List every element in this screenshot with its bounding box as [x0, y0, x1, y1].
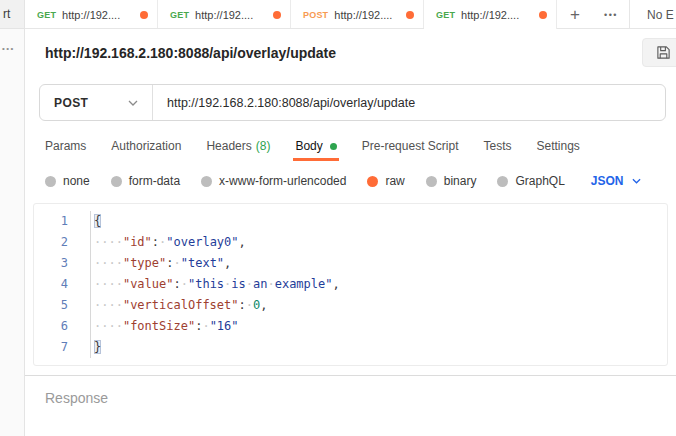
radio-circle-icon [201, 176, 212, 187]
method-label: POST [54, 96, 88, 110]
unsaved-changes-dot-icon [406, 11, 414, 19]
save-button[interactable] [642, 38, 676, 67]
unsaved-changes-dot-icon [140, 11, 148, 19]
request-tabs: Params Authorization Headers (8) Body Pr… [45, 133, 676, 159]
tab-method-label: POST [303, 10, 328, 20]
tab-url-label: http://192.... [195, 9, 253, 21]
line-code: ····"type":·"text", [90, 253, 231, 274]
line-code: } [90, 337, 101, 358]
chevron-down-icon [632, 178, 641, 184]
code-line[interactable]: 3 ····"type":·"text", [34, 253, 667, 274]
body-type-radio[interactable]: form-data [111, 174, 180, 188]
open-request-tab[interactable]: GET http://192.... [424, 0, 557, 29]
open-request-tab[interactable]: GET http://192.... [158, 0, 291, 29]
body-type-radio[interactable]: binary [426, 174, 477, 188]
tab-url-label: http://192.... [334, 9, 392, 21]
code-lines: 1 { 2 ····"id":·"overlay0", 3 ····"type"… [34, 211, 667, 358]
request-tab-label: Tests [483, 139, 511, 153]
radio-circle-icon [426, 176, 437, 187]
body-type-radio[interactable]: x-www-form-urlencoded [201, 174, 346, 188]
method-select[interactable]: POST [40, 85, 152, 120]
unsaved-changes-dot-icon [539, 11, 547, 19]
request-url-builder: POST http://192.168.2.180:8088/api/overl… [39, 84, 666, 121]
environment-label: No E [647, 8, 674, 22]
request-section-tab[interactable]: Body [295, 133, 336, 159]
radio-label: x-www-form-urlencoded [219, 174, 346, 188]
line-code: ····"fontSize":·"16" [90, 316, 239, 337]
radio-circle-icon [497, 176, 508, 187]
radio-label: GraphQL [515, 174, 564, 188]
request-tab-label: Params [45, 139, 86, 153]
body-type-radio[interactable]: none [45, 174, 90, 188]
radio-label: binary [444, 174, 477, 188]
language-label: JSON [591, 174, 624, 188]
radio-label: raw [385, 174, 404, 188]
open-request-tab[interactable]: POST http://192.... [291, 0, 424, 29]
main-panel: GET http://192.... GET http://192.... PO… [25, 0, 676, 436]
code-line[interactable]: 6 ····"fontSize":·"16" [34, 316, 667, 337]
radio-label: none [63, 174, 90, 188]
code-line[interactable]: 5 ····"verticalOffset":·0, [34, 295, 667, 316]
radio-label: form-data [129, 174, 180, 188]
app-window: rt ••• GET http://192.... GET http://192… [0, 0, 676, 436]
save-floppy-icon [656, 45, 671, 60]
request-tab-label: Body [295, 139, 322, 153]
line-number: 3 [34, 253, 90, 274]
request-section-tab[interactable]: Settings [537, 133, 580, 159]
tab-url-label: http://192.... [62, 9, 120, 21]
code-line[interactable]: 2 ····"id":·"overlay0", [34, 232, 667, 253]
tab-url-label: http://192.... [461, 9, 519, 21]
raw-body-editor[interactable]: 1 { 2 ····"id":·"overlay0", 3 ····"type"… [33, 203, 668, 366]
response-label: Response [45, 390, 108, 406]
body-type-radio[interactable]: GraphQL [497, 174, 564, 188]
sidebar-sliver: rt ••• [0, 0, 25, 436]
line-number: 5 [34, 295, 90, 316]
request-title: http://192.168.2.180:8088/api/overlay/up… [45, 45, 336, 61]
response-pane: Response [25, 375, 676, 436]
request-section-tab[interactable]: Pre-request Script [362, 133, 459, 159]
url-input[interactable]: http://192.168.2.180:8088/api/overlay/up… [153, 96, 665, 110]
request-tab-count: (8) [256, 139, 271, 153]
line-number: 2 [34, 232, 90, 253]
request-tab-label: Pre-request Script [362, 139, 459, 153]
request-title-row: http://192.168.2.180:8088/api/overlay/up… [25, 29, 676, 76]
request-tab-label: Settings [537, 139, 580, 153]
chevron-down-icon [128, 100, 138, 106]
request-tab-label: Headers [206, 139, 251, 153]
request-section-tab[interactable]: Params [45, 133, 86, 159]
radio-circle-icon [45, 176, 56, 187]
line-number: 4 [34, 274, 90, 295]
tab-strip: GET http://192.... GET http://192.... PO… [25, 0, 676, 29]
new-tab-button[interactable]: + [557, 0, 593, 29]
request-section-tab[interactable]: Tests [483, 133, 511, 159]
line-number: 6 [34, 316, 90, 337]
code-line[interactable]: 1 { [34, 211, 667, 232]
request-tab-label: Authorization [111, 139, 181, 153]
request-section-tab[interactable]: Headers (8) [206, 133, 270, 159]
sidebar-more-icon[interactable]: ••• [0, 44, 24, 53]
line-number: 7 [34, 337, 90, 358]
tab-method-label: GET [170, 10, 189, 20]
tab-method-label: GET [37, 10, 56, 20]
radio-circle-icon [367, 176, 378, 187]
unsaved-changes-dot-icon [273, 11, 281, 19]
code-line[interactable]: 7 } [34, 337, 667, 358]
line-code: { [90, 211, 101, 232]
body-type-radio[interactable]: raw [367, 174, 404, 188]
body-present-dot-icon [330, 143, 337, 150]
code-line[interactable]: 4 ····"value":·"this·is·an·example", [34, 274, 667, 295]
environment-selector[interactable]: No E [630, 0, 676, 29]
language-select[interactable]: JSON [591, 174, 641, 188]
line-code: ····"verticalOffset":·0, [90, 295, 267, 316]
import-button-cutoff[interactable]: rt [0, 0, 24, 29]
request-section-tab[interactable]: Authorization [111, 133, 181, 159]
line-code: ····"id":·"overlay0", [90, 232, 246, 253]
tab-options-icon[interactable]: ••• [593, 0, 629, 29]
open-request-tab[interactable]: GET http://192.... [25, 0, 158, 29]
line-number: 1 [34, 211, 90, 232]
radio-circle-icon [111, 176, 122, 187]
import-button-cutoff-label: rt [3, 7, 10, 21]
tab-method-label: GET [436, 10, 455, 20]
line-code: ····"value":·"this·is·an·example", [90, 274, 340, 295]
body-type-row: none form-data x-www-form-urlencoded raw… [45, 169, 676, 193]
